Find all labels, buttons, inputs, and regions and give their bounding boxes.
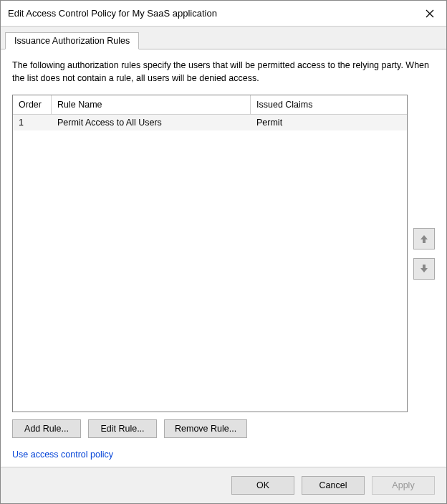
cell-order: 1 — [13, 115, 52, 130]
window-title: Edit Access Control Policy for My SaaS a… — [8, 8, 413, 19]
column-header-issued-claims[interactable]: Issued Claims — [251, 95, 407, 114]
arrow-down-icon — [419, 264, 429, 274]
body-area: Order Rule Name Issued Claims 1 Permit A… — [12, 95, 435, 412]
move-down-button[interactable] — [413, 258, 435, 280]
rules-table: Order Rule Name Issued Claims 1 Permit A… — [12, 95, 408, 412]
rule-buttons-row: Add Rule... Edit Rule... Remove Rule... — [12, 419, 435, 438]
add-rule-button[interactable]: Add Rule... — [12, 419, 81, 438]
description-text: The following authorization rules specif… — [12, 60, 435, 85]
apply-button[interactable]: Apply — [372, 476, 435, 495]
arrow-up-icon — [419, 234, 429, 244]
dialog-footer: OK Cancel Apply — [1, 467, 446, 503]
remove-rule-button[interactable]: Remove Rule... — [164, 419, 247, 438]
tab-strip: Issuance Authorization Rules — [1, 29, 446, 49]
tab-issuance-authorization-rules[interactable]: Issuance Authorization Rules — [5, 32, 139, 49]
move-up-button[interactable] — [413, 228, 435, 249]
edit-rule-button[interactable]: Edit Rule... — [88, 419, 157, 438]
table-body: 1 Permit Access to All Users Permit — [13, 115, 407, 412]
tab-content: The following authorization rules specif… — [1, 49, 446, 467]
close-icon — [426, 9, 434, 18]
title-bar: Edit Access Control Policy for My SaaS a… — [1, 1, 446, 27]
column-header-order[interactable]: Order — [13, 95, 52, 114]
cell-issued-claims: Permit — [251, 115, 407, 130]
dialog-window: Edit Access Control Policy for My SaaS a… — [0, 0, 447, 504]
table-row[interactable]: 1 Permit Access to All Users Permit — [13, 115, 407, 130]
reorder-buttons — [413, 95, 435, 412]
cell-rule-name: Permit Access to All Users — [52, 115, 251, 130]
ok-button[interactable]: OK — [231, 476, 294, 495]
use-access-control-policy-link[interactable]: Use access control policy — [12, 450, 435, 460]
cancel-button[interactable]: Cancel — [302, 476, 365, 495]
column-header-rule-name[interactable]: Rule Name — [52, 95, 251, 114]
tab-label: Issuance Authorization Rules — [14, 36, 130, 46]
table-header: Order Rule Name Issued Claims — [13, 95, 407, 115]
close-button[interactable] — [413, 1, 446, 26]
